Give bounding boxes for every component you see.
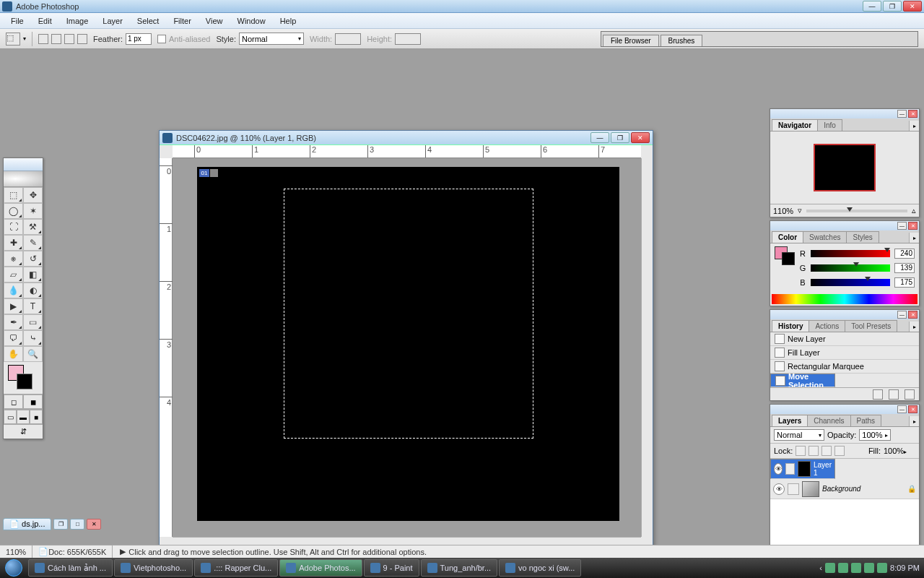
menu-layer[interactable]: Layer xyxy=(96,15,129,27)
b-slider[interactable] xyxy=(811,279,890,286)
window-minimize-button[interactable]: — xyxy=(863,1,881,12)
marquee-tool[interactable]: ⬚ xyxy=(4,187,23,203)
menu-help[interactable]: Help xyxy=(274,15,303,27)
g-slider[interactable] xyxy=(811,264,890,272)
panel-menu-button[interactable]: ▸ xyxy=(909,322,919,332)
lock-transparent-icon[interactable] xyxy=(796,446,806,456)
zoom-tool[interactable]: 🔍 xyxy=(23,346,43,362)
move-tool[interactable]: ✥ xyxy=(23,187,43,203)
panel-minimize-button[interactable]: — xyxy=(897,110,907,118)
new-snapshot-icon[interactable] xyxy=(889,389,899,400)
slice-tool[interactable]: ⚒ xyxy=(23,219,43,235)
tray-icon[interactable] xyxy=(851,563,861,573)
layer-link-icon[interactable] xyxy=(788,483,799,495)
panel-minimize-button[interactable]: — xyxy=(897,405,907,413)
status-zoom[interactable]: 110% xyxy=(0,545,32,558)
gradient-tool[interactable]: ◧ xyxy=(23,267,43,282)
path-select-tool[interactable]: ▶ xyxy=(4,298,23,314)
selection-marquee[interactable] xyxy=(284,189,533,439)
selection-intersect-icon[interactable] xyxy=(77,34,87,44)
tray-icon[interactable] xyxy=(825,563,835,573)
eyedropper-tool[interactable]: ⤷ xyxy=(23,330,43,346)
layer-thumbnail[interactable] xyxy=(798,461,811,477)
minidoc-title[interactable]: 📄 ds.jp... xyxy=(3,518,51,530)
taskbar-item[interactable]: Tung_anh/br... xyxy=(421,559,498,577)
lock-all-icon[interactable] xyxy=(834,446,845,456)
standard-mode-button[interactable]: ◻ xyxy=(4,394,23,409)
r-slider[interactable] xyxy=(811,250,890,257)
panel-menu-button[interactable]: ▸ xyxy=(909,416,919,426)
layer-name[interactable]: Layer 1 xyxy=(814,461,832,477)
selection-subtract-icon[interactable] xyxy=(64,34,74,44)
navigator-zoom-value[interactable]: 110% xyxy=(773,207,793,215)
stamp-tool[interactable]: ⎈ xyxy=(4,251,23,267)
background-color-swatch[interactable] xyxy=(17,374,32,389)
layer-link-icon[interactable] xyxy=(785,463,794,475)
eraser-tool[interactable]: ▱ xyxy=(4,267,23,282)
start-button[interactable] xyxy=(0,558,27,578)
b-value[interactable]: 175 xyxy=(894,277,915,288)
history-item[interactable]: Fill Layer xyxy=(770,346,919,360)
visibility-eye-icon[interactable]: 👁 xyxy=(774,463,783,475)
minidoc-close-button[interactable]: ✕ xyxy=(87,519,101,530)
crop-tool[interactable]: ⛶ xyxy=(4,219,23,235)
screen-mode-2[interactable]: ▬ xyxy=(17,410,30,424)
shape-tool[interactable]: ▭ xyxy=(23,314,43,330)
doc-close-button[interactable]: ✕ xyxy=(631,132,650,143)
layer-thumbnail[interactable] xyxy=(802,481,819,497)
r-value[interactable]: 240 xyxy=(894,249,915,259)
new-doc-from-state-icon[interactable] xyxy=(873,389,883,400)
doc-scrollbar-vertical[interactable] xyxy=(641,158,653,537)
g-value[interactable]: 139 xyxy=(894,263,915,273)
tab-styles[interactable]: Styles xyxy=(846,231,879,243)
brush-tool[interactable]: ✎ xyxy=(23,235,43,251)
panel-minimize-button[interactable]: — xyxy=(897,311,907,319)
taskbar-item[interactable]: Cách làm ảnh ... xyxy=(28,559,113,577)
style-select[interactable]: Normal▾ xyxy=(239,33,304,45)
volume-icon[interactable] xyxy=(877,563,887,573)
quickmask-mode-button[interactable]: ◼ xyxy=(23,394,43,409)
docktab-brushes[interactable]: Brushes xyxy=(661,35,703,46)
panel-close-button[interactable]: ✕ xyxy=(908,311,918,319)
jump-to-imageready-button[interactable]: ⇵ xyxy=(4,424,43,439)
panel-menu-button[interactable]: ▸ xyxy=(909,121,919,131)
toolbox-header[interactable] xyxy=(4,158,43,171)
minidoc-maximize-button[interactable]: □ xyxy=(70,519,84,530)
canvas[interactable]: 01 xyxy=(197,167,619,521)
tray-clock[interactable]: 8:09 PM xyxy=(890,564,920,572)
menu-file[interactable]: File xyxy=(4,15,30,27)
menu-view[interactable]: View xyxy=(199,15,230,27)
delete-state-icon[interactable] xyxy=(905,389,915,400)
window-maximize-button[interactable]: ❐ xyxy=(883,1,902,12)
navigator-zoom-slider[interactable] xyxy=(806,210,907,212)
layer-row[interactable]: 👁 Layer 1 xyxy=(770,459,835,479)
zoom-out-icon[interactable]: ▿ xyxy=(798,206,802,215)
type-tool[interactable]: T xyxy=(23,298,43,314)
taskbar-item[interactable]: .::: Rapper Clu... xyxy=(194,559,278,577)
lasso-tool[interactable]: ◯ xyxy=(4,203,23,219)
current-tool-icon[interactable]: ⬚ xyxy=(6,33,20,46)
status-doc-size[interactable]: 📄 Doc: 655K/655K xyxy=(32,545,113,558)
panel-close-button[interactable]: ✕ xyxy=(908,222,918,230)
menu-edit[interactable]: Edit xyxy=(32,15,58,27)
doc-minimize-button[interactable]: — xyxy=(590,132,609,143)
navigator-thumbnail[interactable] xyxy=(814,144,876,191)
tray-icon[interactable] xyxy=(864,563,874,573)
history-brush-tool[interactable]: ↺ xyxy=(23,251,43,267)
system-tray[interactable]: ‹ 8:09 PM xyxy=(815,563,924,573)
color-bg-swatch[interactable] xyxy=(782,252,795,265)
menu-window[interactable]: Window xyxy=(231,15,272,27)
docktab-file-browser[interactable]: File Browser xyxy=(603,35,659,46)
pen-tool[interactable]: ✒ xyxy=(4,314,23,330)
visibility-eye-icon[interactable]: 👁 xyxy=(773,483,785,495)
menu-image[interactable]: Image xyxy=(60,15,95,27)
screen-mode-3[interactable]: ■ xyxy=(30,410,43,424)
tab-actions[interactable]: Actions xyxy=(808,320,845,332)
panel-menu-button[interactable]: ▸ xyxy=(909,233,919,243)
history-item[interactable]: New Layer xyxy=(770,332,919,346)
tray-icon[interactable] xyxy=(838,563,848,573)
screen-mode-1[interactable]: ▭ xyxy=(4,410,17,424)
canvas-area[interactable]: 01 xyxy=(173,158,641,537)
lock-position-icon[interactable] xyxy=(821,446,832,456)
panel-minimize-button[interactable]: — xyxy=(897,222,907,230)
